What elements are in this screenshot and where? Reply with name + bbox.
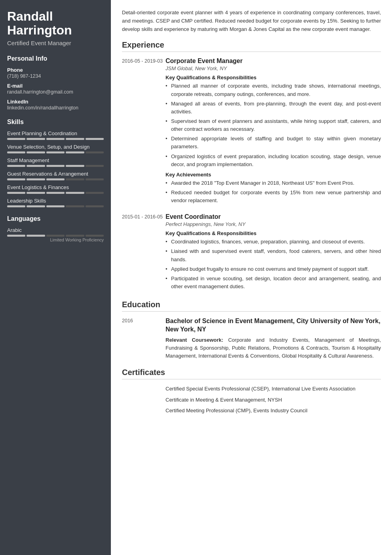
education-entry: 2016Bachelor of Science in Event Managem… bbox=[122, 317, 381, 360]
experience-job-title: Event Coordinator bbox=[166, 213, 381, 220]
education-heading: Education bbox=[122, 300, 381, 312]
experience-heading: Experience bbox=[122, 40, 381, 52]
experience-content: Event CoordinatorPerfect Happenings, New… bbox=[166, 213, 381, 292]
skill-name: Guest Reservations & Arrangement bbox=[7, 171, 104, 177]
experience-bullet-item: Participated in venue scouting, set desi… bbox=[166, 275, 381, 291]
email-value: randall.harrington@gmail.com bbox=[7, 89, 104, 95]
experience-bullet-item: Determined appropriate levels of staffin… bbox=[166, 135, 381, 151]
experience-bullet-item: Organized logistics of event preparation… bbox=[166, 153, 381, 168]
experience-date: 2016-05 - 2019-03 bbox=[122, 57, 166, 206]
language-name: Arabic bbox=[7, 227, 104, 233]
skill-bar bbox=[7, 192, 104, 194]
skill-name: Leadership Skills bbox=[7, 198, 104, 204]
education-section: Education 2016Bachelor of Science in Eve… bbox=[122, 300, 381, 360]
skill-bar bbox=[7, 138, 104, 140]
summary-text: Detail-oriented corporate event planner … bbox=[122, 9, 381, 33]
experience-subsection-heading: Key Achievements bbox=[166, 172, 381, 178]
experience-subsection-heading: Key Qualifications & Responsibilities bbox=[166, 230, 381, 236]
experience-entry: 2015-01 - 2016-05Event CoordinatorPerfec… bbox=[122, 213, 381, 292]
skill-name: Staff Management bbox=[7, 157, 104, 163]
certificates-list: Certified Special Events Professional (C… bbox=[122, 385, 381, 415]
certificates-section: Certificates Certified Special Events Pr… bbox=[122, 368, 381, 415]
skill-name: Venue Selection, Setup, and Design bbox=[7, 144, 104, 150]
languages-list: ArabicLimited Working Proficiency bbox=[7, 227, 104, 242]
experience-company: Perfect Happenings, New York, NY bbox=[166, 221, 381, 227]
education-content: Bachelor of Science in Event Management,… bbox=[166, 317, 381, 360]
certificate-text: Certified Meeting Professional (CMP), Ev… bbox=[166, 407, 381, 415]
main-content: Detail-oriented corporate event planner … bbox=[111, 0, 392, 555]
certificate-text: Certified Special Events Professional (C… bbox=[166, 385, 381, 393]
phone-label: Phone bbox=[7, 67, 104, 73]
skills-list: Event Planning & CoordinationVenue Selec… bbox=[7, 130, 104, 207]
experience-bullets: Planned all manner of corporate events, … bbox=[166, 82, 381, 168]
experience-bullets: Coordinated logistics, finances, venue, … bbox=[166, 238, 381, 291]
email-label: E-mail bbox=[7, 83, 104, 89]
experience-bullet-item: Managed all areas of events, from pre-pl… bbox=[166, 100, 381, 116]
experience-bullet-item: Awarded the 2018 "Top Event Manager in 2… bbox=[166, 179, 381, 187]
skill-bar bbox=[7, 165, 104, 167]
sidebar: Randall Harrington Certified Event Manag… bbox=[0, 0, 111, 555]
job-title: Certified Event Manager bbox=[7, 40, 104, 46]
linkedin-value: linkedin.com/in/randallharrington bbox=[7, 105, 104, 111]
language-bar bbox=[7, 235, 104, 237]
experience-bullet-item: Reduced needed budget for corporate even… bbox=[166, 189, 381, 205]
personal-info-heading: Personal Info bbox=[7, 55, 104, 62]
certificate-entry: Certified Special Events Professional (C… bbox=[122, 385, 381, 393]
skill-bar bbox=[7, 178, 104, 180]
skills-heading: Skills bbox=[7, 119, 104, 126]
experience-date: 2015-01 - 2016-05 bbox=[122, 213, 166, 292]
experience-bullet-item: Planned all manner of corporate events, … bbox=[166, 82, 381, 98]
experience-bullet-item: Coordinated logistics, finances, venue, … bbox=[166, 238, 381, 246]
experience-company: JSM Global, New York, NY bbox=[166, 65, 381, 71]
experience-bullets: Awarded the 2018 "Top Event Manager in 2… bbox=[166, 179, 381, 205]
certificate-date bbox=[122, 407, 166, 415]
candidate-name: Randall Harrington bbox=[7, 10, 104, 37]
experience-bullet-item: Applied budget frugally to ensure no cos… bbox=[166, 265, 381, 273]
certificate-date bbox=[122, 385, 166, 393]
education-coursework: Relevant Coursework: Corporate and Indus… bbox=[166, 336, 381, 360]
experience-list: 2016-05 - 2019-03Corporate Event Manager… bbox=[122, 57, 381, 292]
education-date: 2016 bbox=[122, 317, 166, 360]
certificate-text: Certificate in Meeting & Event Managemen… bbox=[166, 396, 381, 404]
skill-bar bbox=[7, 205, 104, 207]
experience-section: Experience 2016-05 - 2019-03Corporate Ev… bbox=[122, 40, 381, 292]
certificate-entry: Certificate in Meeting & Event Managemen… bbox=[122, 396, 381, 404]
skill-name: Event Planning & Coordination bbox=[7, 130, 104, 136]
education-list: 2016Bachelor of Science in Event Managem… bbox=[122, 317, 381, 360]
languages-heading: Languages bbox=[7, 215, 104, 222]
certificate-entry: Certified Meeting Professional (CMP), Ev… bbox=[122, 407, 381, 415]
linkedin-label: LinkedIn bbox=[7, 99, 104, 105]
experience-content: Corporate Event ManagerJSM Global, New Y… bbox=[166, 57, 381, 206]
certificate-date bbox=[122, 396, 166, 404]
language-proficiency-level: Limited Working Proficiency bbox=[7, 237, 104, 242]
skill-name: Event Logistics & Finances bbox=[7, 184, 104, 190]
skill-bar bbox=[7, 151, 104, 153]
certificates-heading: Certificates bbox=[122, 368, 381, 379]
phone-value: (718) 987-1234 bbox=[7, 73, 104, 79]
education-degree-title: Bachelor of Science in Event Management,… bbox=[166, 317, 381, 334]
experience-subsection-heading: Key Qualifications & Responsibilities bbox=[166, 75, 381, 80]
experience-entry: 2016-05 - 2019-03Corporate Event Manager… bbox=[122, 57, 381, 206]
experience-bullet-item: Liaised with and supervised event staff,… bbox=[166, 247, 381, 263]
experience-bullet-item: Supervised team of event planners and as… bbox=[166, 117, 381, 133]
experience-job-title: Corporate Event Manager bbox=[166, 57, 381, 65]
